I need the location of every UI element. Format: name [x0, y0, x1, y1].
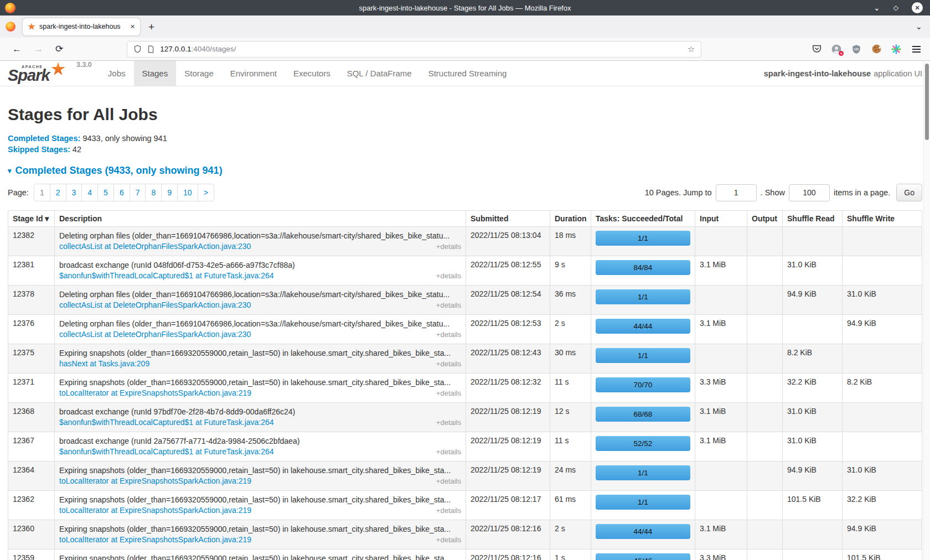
cookie-icon[interactable]: [871, 44, 882, 55]
details-toggle[interactable]: +details: [431, 535, 461, 545]
nav-item-environment[interactable]: Environment: [222, 61, 285, 86]
stage-callsite-link[interactable]: $anonfun$withThreadLocalCaptured$1 at Fu…: [59, 447, 274, 457]
scrollbar-thumb[interactable]: [925, 64, 929, 140]
page-number-group: 12345678910>: [34, 184, 214, 201]
cell-description: Expiring snapshots (older_than=166932055…: [55, 462, 466, 491]
shield-permissions-icon[interactable]: [133, 44, 142, 54]
details-toggle[interactable]: +details: [431, 505, 461, 516]
stage-callsite-link[interactable]: collectAsList at DeleteOrphanFilesSparkA…: [59, 241, 251, 252]
page-button-9[interactable]: 9: [162, 184, 178, 201]
tab-close-icon[interactable]: ✕: [130, 23, 135, 30]
stage-callsite-link[interactable]: toLocalIterator at ExpireSnapshotsSparkA…: [59, 388, 251, 398]
nav-item-stages[interactable]: Stages: [134, 61, 177, 86]
back-button[interactable]: ←: [12, 44, 22, 54]
nav-item-structured-streaming[interactable]: Structured Streaming: [420, 61, 515, 86]
nav-item-executors[interactable]: Executors: [285, 61, 339, 86]
completed-stages-section-header[interactable]: ▾ Completed Stages (9433, only showing 9…: [8, 165, 922, 177]
page-button-7[interactable]: 7: [130, 184, 146, 201]
page-next-button[interactable]: >: [198, 184, 214, 201]
page-info-icon[interactable]: [147, 45, 154, 54]
cell-submitted: 2022/11/25 08:12:17: [466, 491, 550, 520]
stage-callsite-link[interactable]: hasNext at Tasks.java:209: [59, 359, 149, 369]
jump-to-page-input[interactable]: [716, 184, 757, 201]
page-button-5[interactable]: 5: [98, 184, 114, 201]
reload-button[interactable]: ⟳: [55, 44, 63, 54]
column-header-tasks-succeeded-total[interactable]: Tasks: Succeeded/Total: [591, 211, 695, 227]
page-button-6[interactable]: 6: [114, 184, 130, 201]
stage-callsite-link[interactable]: toLocalIterator at ExpireSnapshotsSparkA…: [59, 476, 251, 486]
cell-tasks: 1/1: [591, 491, 695, 520]
column-header-shuffle-read[interactable]: Shuffle Read: [783, 211, 843, 227]
details-toggle[interactable]: +details: [431, 329, 461, 340]
details-toggle[interactable]: +details: [431, 417, 461, 428]
nav-item-jobs[interactable]: Jobs: [100, 61, 134, 86]
column-header-output[interactable]: Output: [747, 211, 783, 227]
cell-shuffle-write: 8.2 KiB: [843, 374, 922, 403]
new-tab-button[interactable]: +: [148, 22, 154, 32]
page-button-10[interactable]: 10: [178, 184, 198, 201]
column-header-input[interactable]: Input: [695, 211, 747, 227]
cell-output: [747, 374, 783, 403]
stage-row-12364: 12364Expiring snapshots (older_than=1669…: [8, 462, 922, 491]
page-button-1[interactable]: 1: [34, 184, 50, 201]
stage-description: Expiring snapshots (older_than=166932055…: [59, 465, 461, 476]
page-button-4[interactable]: 4: [82, 184, 98, 201]
cell-description: Deleting orphan files (older_than=166910…: [55, 286, 466, 315]
forward-button[interactable]: →: [34, 44, 43, 54]
nav-item-sql-dataframe[interactable]: SQL / DataFrame: [339, 61, 420, 86]
nav-item-storage[interactable]: Storage: [176, 61, 222, 86]
skipped-stages-link[interactable]: Skipped Stages:: [8, 145, 70, 154]
spark-logo[interactable]: APACHE Spark: [8, 61, 72, 86]
stage-callsite-link[interactable]: toLocalIterator at ExpireSnapshotsSparkA…: [59, 505, 251, 516]
page-scrollbar[interactable]: [923, 61, 930, 560]
stage-row-12376: 12376Deleting orphan files (older_than=1…: [8, 315, 922, 344]
menu-hamburger-icon[interactable]: [911, 44, 922, 55]
stage-callsite-link[interactable]: $anonfun$withThreadLocalCaptured$1 at Fu…: [59, 417, 274, 428]
details-toggle[interactable]: +details: [431, 447, 461, 457]
disabled-badge-icon: ✕: [839, 51, 844, 56]
stage-description-sub: toLocalIterator at ExpireSnapshotsSparkA…: [59, 535, 461, 545]
stage-callsite-link[interactable]: collectAsList at DeleteOrphanFilesSparkA…: [59, 300, 251, 310]
column-header-shuffle-write[interactable]: Shuffle Write: [843, 211, 922, 227]
cell-shuffle-write: 32.2 KiB: [843, 491, 922, 520]
cell-submitted: 2022/11/25 08:12:55: [466, 256, 550, 286]
completed-stages-link[interactable]: Completed Stages:: [8, 134, 80, 143]
stage-callsite-link[interactable]: $anonfun$withThreadLocalCaptured$1 at Fu…: [59, 271, 274, 281]
cell-tasks: 68/68: [591, 403, 695, 432]
extension-asterisk-icon[interactable]: [891, 44, 902, 55]
stage-callsite-link[interactable]: collectAsList at DeleteOrphanFilesSparkA…: [59, 329, 251, 340]
page-button-3[interactable]: 3: [66, 184, 82, 201]
column-header-description[interactable]: Description: [55, 211, 466, 227]
column-header-submitted[interactable]: Submitted: [466, 211, 550, 227]
stage-callsite-link[interactable]: toLocalIterator at ExpireSnapshotsSparkA…: [59, 535, 251, 545]
browser-tab[interactable]: spark-ingest-into-lakehous ✕: [23, 18, 140, 35]
details-toggle[interactable]: +details: [431, 388, 461, 398]
url-bar[interactable]: 127.0.0.1:4040/stages/ ☆: [127, 41, 701, 58]
stage-description-sub: collectAsList at DeleteOrphanFilesSparkA…: [59, 241, 461, 252]
cell-duration: 11 s: [550, 432, 591, 462]
minimize-icon[interactable]: ⌄: [874, 4, 880, 12]
maximize-icon[interactable]: ◇: [893, 4, 898, 11]
cell-submitted: 2022/11/25 08:12:19: [466, 432, 550, 462]
page-button-8[interactable]: 8: [146, 184, 162, 201]
details-toggle[interactable]: +details: [431, 359, 461, 369]
bookmark-star-icon[interactable]: ☆: [688, 44, 695, 54]
close-window-icon[interactable]: ✕: [912, 2, 923, 13]
ublock-shield-icon[interactable]: UO: [851, 44, 862, 55]
column-header-duration[interactable]: Duration: [550, 211, 591, 227]
go-button[interactable]: Go: [896, 184, 922, 201]
application-ui-suffix: application UI: [874, 69, 922, 78]
collapse-caret-icon: ▾: [8, 167, 12, 175]
page-button-2[interactable]: 2: [50, 184, 66, 201]
url-host: 127.0.0.1: [160, 45, 191, 53]
items-per-page-input[interactable]: [789, 184, 830, 201]
list-all-tabs-chevron-icon[interactable]: ⌄: [915, 22, 922, 32]
details-toggle[interactable]: +details: [431, 300, 461, 310]
pocket-icon[interactable]: [811, 44, 822, 55]
column-header-stage-id[interactable]: Stage Id ▾: [8, 211, 55, 227]
details-toggle[interactable]: +details: [431, 476, 461, 486]
details-toggle[interactable]: +details: [431, 271, 461, 281]
details-toggle[interactable]: +details: [431, 241, 461, 252]
spark-version: 3.3.0: [76, 61, 92, 86]
account-extension-icon[interactable]: ✕: [831, 44, 842, 55]
